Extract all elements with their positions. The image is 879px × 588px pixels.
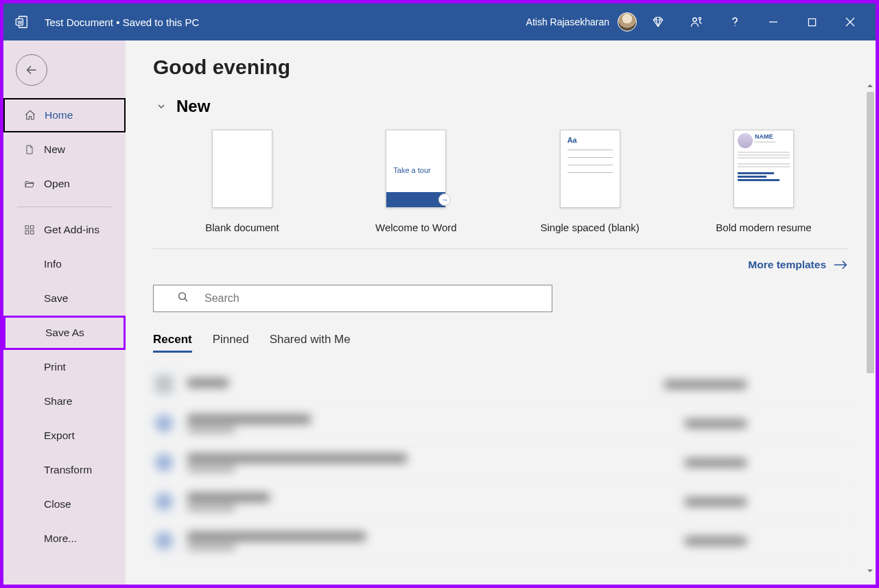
section-new-title: New	[176, 97, 210, 116]
scroll-down-arrow-icon[interactable]	[866, 567, 874, 575]
sidebar-item-home[interactable]: Home	[3, 98, 126, 132]
template-thumb-blank	[212, 130, 272, 208]
greeting: Good evening	[153, 56, 848, 79]
scroll-up-arrow-icon[interactable]	[866, 82, 874, 90]
sidebar-item-label: Get Add-ins	[44, 224, 99, 236]
list-item[interactable]	[153, 404, 848, 443]
more-templates-link[interactable]: More templates	[748, 259, 848, 271]
list-item[interactable]	[153, 521, 848, 561]
search-box[interactable]	[153, 285, 552, 312]
template-single-spaced[interactable]: Aa Single spaced (blank)	[521, 130, 659, 233]
svg-rect-12	[25, 231, 29, 234]
template-bold-modern-resume[interactable]: NAME Bold modern resume	[695, 130, 832, 233]
sidebar-separator	[17, 207, 112, 207]
sidebar-item-open[interactable]: Open	[3, 167, 126, 201]
user-avatar[interactable]	[618, 12, 637, 32]
template-label: Single spaced (blank)	[541, 222, 640, 233]
svg-rect-11	[30, 226, 34, 229]
sidebar-item-label: Save	[44, 292, 68, 305]
list-item[interactable]	[153, 482, 848, 521]
svg-point-14	[179, 293, 186, 300]
word-app-icon: W	[12, 12, 32, 32]
search-input[interactable]	[204, 292, 541, 305]
main-panel: Good evening New Blank document Ta	[126, 40, 876, 585]
account-manager-icon[interactable]	[679, 3, 714, 40]
sidebar-item-save[interactable]: Save	[3, 281, 126, 316]
sidebar-item-get-addins[interactable]: Get Add-ins	[3, 213, 126, 247]
tour-text: Take a tour	[393, 166, 430, 174]
back-button[interactable]	[16, 54, 47, 86]
tab-pinned[interactable]: Pinned	[213, 333, 249, 353]
sidebar-item-share[interactable]: Share	[3, 384, 126, 419]
minimize-button[interactable]	[756, 3, 790, 40]
backstage-sidebar: Home New Open Get Add-ins Info Save Save…	[3, 40, 126, 585]
sidebar-item-export[interactable]: Export	[3, 419, 126, 453]
list-header-row	[153, 365, 848, 404]
template-thumb-single: Aa	[560, 130, 620, 208]
sidebar-item-label: More...	[44, 532, 77, 545]
tab-shared-with-me[interactable]: Shared with Me	[270, 333, 351, 353]
titlebar: W Test Document • Saved to this PC Atish…	[3, 3, 876, 40]
sidebar-item-label: Home	[45, 109, 73, 121]
list-item[interactable]	[153, 443, 848, 482]
help-icon[interactable]	[718, 3, 752, 40]
vertical-scrollbar[interactable]	[865, 82, 876, 575]
sidebar-item-label: Transform	[44, 464, 92, 476]
sidebar-item-close[interactable]: Close	[3, 487, 126, 521]
template-blank-document[interactable]: Blank document	[174, 130, 311, 233]
sidebar-item-transform[interactable]: Transform	[3, 453, 126, 487]
chevron-down-icon[interactable]	[153, 98, 169, 115]
svg-rect-7	[808, 19, 815, 25]
template-welcome-to-word[interactable]: Take a tour → Welcome to Word	[347, 130, 484, 233]
sidebar-item-label: Close	[44, 498, 71, 510]
svg-line-15	[185, 298, 187, 301]
arrow-right-icon	[833, 259, 848, 270]
svg-point-4	[699, 17, 701, 19]
close-button[interactable]	[833, 3, 867, 40]
document-icon	[21, 143, 38, 156]
arrow-right-icon: →	[438, 193, 451, 206]
aa-text: Aa	[567, 136, 613, 144]
premium-diamond-icon[interactable]	[641, 3, 675, 40]
home-icon	[21, 109, 39, 121]
template-label: Bold modern resume	[716, 222, 811, 233]
sidebar-item-label: Share	[44, 395, 72, 408]
svg-point-5	[734, 25, 736, 27]
sidebar-item-label: New	[44, 143, 65, 156]
more-templates-label: More templates	[748, 259, 826, 271]
svg-rect-13	[30, 231, 34, 234]
svg-rect-10	[25, 226, 29, 229]
sidebar-item-label: Open	[44, 178, 70, 190]
svg-text:W: W	[18, 19, 23, 25]
sidebar-item-label: Save As	[45, 327, 84, 339]
sidebar-item-label: Export	[44, 430, 75, 442]
sidebar-item-new[interactable]: New	[3, 132, 126, 167]
search-icon	[177, 291, 189, 306]
sidebar-item-save-as[interactable]: Save As	[3, 316, 126, 350]
sidebar-item-label: Info	[44, 258, 62, 270]
maximize-button[interactable]	[795, 3, 829, 40]
svg-point-3	[693, 18, 696, 21]
template-thumb-tour: Take a tour →	[386, 130, 446, 208]
template-thumb-resume: NAME	[734, 130, 794, 208]
template-label: Blank document	[205, 222, 279, 233]
sidebar-item-label: Print	[44, 361, 66, 373]
tab-recent[interactable]: Recent	[153, 333, 192, 353]
template-label: Welcome to Word	[375, 222, 457, 233]
scroll-thumb[interactable]	[867, 92, 874, 373]
folder-open-icon	[21, 178, 38, 189]
sidebar-item-info[interactable]: Info	[3, 247, 126, 281]
username[interactable]: Atish Rajasekharan	[526, 16, 609, 27]
addins-grid-icon	[21, 224, 38, 235]
sidebar-item-more[interactable]: More...	[3, 521, 126, 556]
sidebar-item-print[interactable]: Print	[3, 350, 126, 384]
document-title: Test Document • Saved to this PC	[45, 16, 199, 28]
recent-file-list	[153, 365, 848, 561]
